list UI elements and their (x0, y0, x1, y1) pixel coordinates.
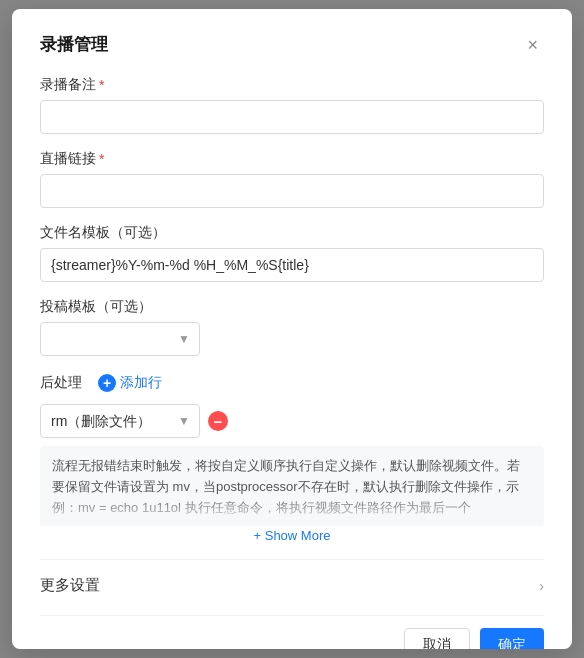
template-select-wrapper: ▼ (40, 322, 200, 356)
description-text: 流程无报错结束时触发，将按自定义顺序执行自定义操作，默认删除视频文件。若要保留文… (52, 458, 520, 515)
description-box: 流程无报错结束时触发，将按自定义顺序执行自定义操作，默认删除视频文件。若要保留文… (40, 446, 544, 526)
cancel-button[interactable]: 取消 (404, 628, 470, 649)
modal-overlay: 录播管理 × 录播备注 * 直播链接 * 文件名模板（可选） (0, 0, 584, 658)
remove-row-button[interactable]: − (208, 411, 228, 431)
show-more-button[interactable]: + Show More (254, 528, 331, 543)
modal-container: 录播管理 × 录播备注 * 直播链接 * 文件名模板（可选） (12, 9, 572, 649)
more-settings-chevron-icon: › (539, 578, 544, 594)
show-more-row: + Show More (40, 528, 544, 543)
remove-icon: − (208, 411, 228, 431)
show-more-label: + Show More (254, 528, 331, 543)
post-select-wrapper: rm（删除文件） mv（移动文件） custom ▼ (40, 404, 200, 438)
modal-title: 录播管理 (40, 33, 108, 56)
add-row-button[interactable]: + 添加行 (92, 372, 168, 394)
remark-input[interactable] (40, 100, 544, 134)
stream-url-input[interactable] (40, 174, 544, 208)
template-field: 投稿模板（可选） ▼ (40, 298, 544, 356)
template-select[interactable] (40, 322, 200, 356)
filename-field: 文件名模板（可选） (40, 224, 544, 282)
divider (40, 559, 544, 560)
post-processing-header: 后处理 + 添加行 (40, 372, 544, 394)
filename-label: 文件名模板（可选） (40, 224, 544, 242)
modal-header: 录播管理 × (40, 33, 544, 56)
remark-label: 录播备注 * (40, 76, 544, 94)
add-row-label: 添加行 (120, 374, 162, 392)
plus-circle-icon: + (98, 374, 116, 392)
remark-required-star: * (99, 77, 104, 93)
filename-input[interactable] (40, 248, 544, 282)
more-settings-row[interactable]: 更多设置 › (40, 572, 544, 599)
more-settings-label: 更多设置 (40, 576, 100, 595)
template-label: 投稿模板（可选） (40, 298, 544, 316)
post-select[interactable]: rm（删除文件） mv（移动文件） custom (40, 404, 200, 438)
stream-url-field: 直播链接 * (40, 150, 544, 208)
remark-field: 录播备注 * (40, 76, 544, 134)
stream-url-label: 直播链接 * (40, 150, 544, 168)
post-processing-row: rm（删除文件） mv（移动文件） custom ▼ − (40, 404, 544, 438)
stream-url-required-star: * (99, 151, 104, 167)
close-button[interactable]: × (521, 34, 544, 56)
post-processing-label: 后处理 (40, 374, 82, 392)
post-processing-field: 后处理 + 添加行 rm（删除文件） mv（移动文件） custom ▼ − (40, 372, 544, 543)
confirm-button[interactable]: 确定 (480, 628, 544, 649)
modal-footer: 取消 确定 (40, 615, 544, 649)
